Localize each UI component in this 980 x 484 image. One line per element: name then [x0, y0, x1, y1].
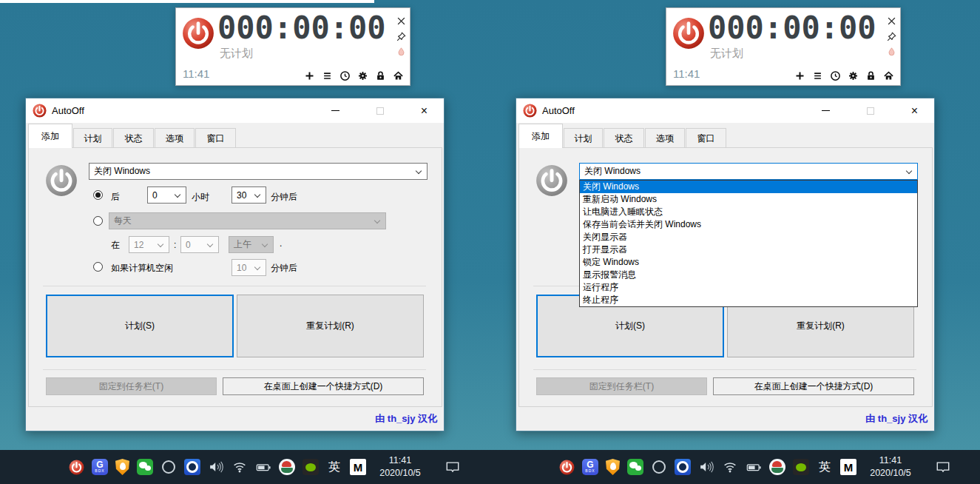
titlebar[interactable]: AutoOff ×: [26, 98, 444, 123]
action-center-icon[interactable]: [445, 460, 461, 474]
lock-icon[interactable]: [865, 70, 876, 81]
dropdown-option[interactable]: 保存当前会话并关闭 Windows: [580, 218, 917, 231]
wifi-icon[interactable]: [232, 459, 248, 475]
tab-options[interactable]: 选项: [645, 128, 685, 148]
minimize-button[interactable]: [319, 98, 352, 123]
clock-date: 2020/10/5: [368, 467, 433, 480]
dropdown-option[interactable]: 关闭显示器: [580, 231, 917, 243]
action-center-icon[interactable]: [935, 460, 951, 474]
dropdown-option[interactable]: 让电脑进入睡眠状态: [580, 206, 917, 218]
create-shortcut-button[interactable]: 在桌面上创建一个快捷方式(D): [713, 377, 914, 395]
timer-widget[interactable]: 000:00:00 无计划 11:41: [175, 7, 410, 86]
menu-icon[interactable]: [812, 70, 823, 81]
minimize-button[interactable]: [809, 98, 842, 123]
add-icon[interactable]: [304, 70, 315, 81]
minutes-select[interactable]: 30: [232, 186, 266, 204]
radio-idle[interactable]: [93, 262, 103, 272]
nvidia-icon[interactable]: [303, 459, 319, 475]
create-shortcut-button[interactable]: 在桌面上创建一个快捷方式(D): [223, 377, 424, 395]
add-icon[interactable]: [794, 70, 805, 81]
ring-app-icon[interactable]: [160, 459, 177, 475]
translator-credit-link[interactable]: 由 th_sjy 汉化: [375, 412, 437, 426]
pin-icon[interactable]: [396, 31, 407, 42]
timer-icon[interactable]: [339, 70, 351, 81]
titlebar[interactable]: AutoOff ×: [516, 98, 934, 123]
clock-time: 11:41: [858, 454, 923, 467]
camera-app-icon[interactable]: [675, 459, 691, 475]
autooff-tray-icon[interactable]: [558, 459, 575, 475]
add-tab-panel: 关闭 Windows 关闭 Windows 重新启动 Windows 让电脑进入…: [518, 147, 933, 407]
stage: 000:00:00 无计划 11:41 AutoOff × 添加: [0, 0, 980, 484]
ime-indicator[interactable]: 英: [817, 459, 833, 475]
battery-icon[interactable]: [746, 459, 762, 475]
tab-options[interactable]: 选项: [155, 128, 195, 148]
security-shield-icon[interactable]: [115, 459, 129, 475]
dictionary-app-icon[interactable]: [769, 459, 785, 475]
wechat-icon[interactable]: [627, 459, 643, 475]
app-power-icon: [33, 104, 47, 118]
maximize-button[interactable]: [854, 98, 887, 123]
dropdown-option[interactable]: 锁定 Windows: [580, 256, 917, 269]
tab-schedule[interactable]: 计划: [73, 128, 112, 148]
ring-app-icon[interactable]: [651, 459, 667, 475]
action-select[interactable]: 关闭 Windows: [89, 163, 428, 180]
timer-icon[interactable]: [830, 70, 841, 81]
repeat-schedule-button[interactable]: 重复计划(R): [237, 295, 424, 357]
tab-add[interactable]: 添加: [518, 124, 563, 148]
settings-icon[interactable]: [357, 70, 368, 81]
autooff-tray-icon[interactable]: [68, 459, 84, 475]
wifi-icon[interactable]: [722, 459, 738, 475]
droplet-icon[interactable]: [396, 47, 407, 58]
lock-icon[interactable]: [375, 70, 386, 81]
close-icon[interactable]: [396, 16, 407, 27]
tab-status[interactable]: 状态: [113, 128, 154, 148]
volume-icon[interactable]: [698, 459, 714, 475]
volume-icon[interactable]: [208, 459, 224, 475]
home-icon[interactable]: [883, 70, 894, 81]
radio-daily[interactable]: [93, 216, 103, 226]
maximize-button[interactable]: [363, 98, 396, 123]
security-shield-icon[interactable]: [606, 459, 620, 475]
pin-icon[interactable]: [886, 31, 897, 42]
camera-app-icon[interactable]: [184, 459, 200, 475]
dropdown-option[interactable]: 关闭 Windows: [580, 181, 917, 193]
droplet-icon[interactable]: [886, 47, 897, 58]
ampm-value: 上午: [234, 238, 251, 251]
menu-icon[interactable]: [322, 70, 333, 81]
close-button[interactable]: ×: [898, 98, 931, 123]
battery-icon[interactable]: [255, 459, 271, 475]
hours-suffix-label: 小时: [192, 192, 209, 202]
m-app-icon[interactable]: M: [350, 459, 366, 475]
gbdx-app-icon[interactable]: GBDX: [582, 459, 598, 475]
schedule-button[interactable]: 计划(S): [46, 295, 234, 357]
tab-window[interactable]: 窗口: [686, 128, 726, 148]
nvidia-icon[interactable]: [793, 459, 809, 475]
m-app-icon[interactable]: M: [840, 459, 856, 475]
translator-credit-link[interactable]: 由 th_sjy 汉化: [865, 412, 927, 426]
radio-after[interactable]: [93, 190, 103, 200]
home-icon[interactable]: [393, 70, 404, 81]
close-icon[interactable]: [886, 16, 897, 27]
action-select[interactable]: 关闭 Windows: [579, 163, 918, 180]
idle-minutes-select: 10: [232, 259, 266, 276]
separator: [43, 369, 426, 370]
taskbar-clock[interactable]: 11:41 2020/10/5: [858, 454, 923, 480]
dropdown-option[interactable]: 终止程序: [580, 294, 917, 306]
taskbar-clock[interactable]: 11:41 2020/10/5: [368, 454, 433, 480]
dropdown-option[interactable]: 显示报警消息: [580, 269, 917, 281]
tab-schedule[interactable]: 计划: [564, 128, 603, 148]
wechat-icon[interactable]: [137, 459, 153, 475]
tab-add[interactable]: 添加: [28, 124, 72, 148]
timer-widget[interactable]: 000:00:00 无计划 11:41: [666, 7, 901, 86]
dropdown-option[interactable]: 打开显示器: [580, 243, 917, 256]
dropdown-option[interactable]: 重新启动 Windows: [580, 193, 917, 206]
ime-indicator[interactable]: 英: [326, 459, 342, 475]
tab-status[interactable]: 状态: [604, 128, 644, 148]
hours-select[interactable]: 0: [147, 186, 186, 204]
dictionary-app-icon[interactable]: [279, 459, 295, 475]
dropdown-option[interactable]: 运行程序: [580, 281, 917, 294]
close-button[interactable]: ×: [408, 98, 441, 123]
tab-window[interactable]: 窗口: [195, 128, 236, 148]
settings-icon[interactable]: [848, 70, 859, 81]
gbdx-app-icon[interactable]: GBDX: [92, 459, 108, 475]
